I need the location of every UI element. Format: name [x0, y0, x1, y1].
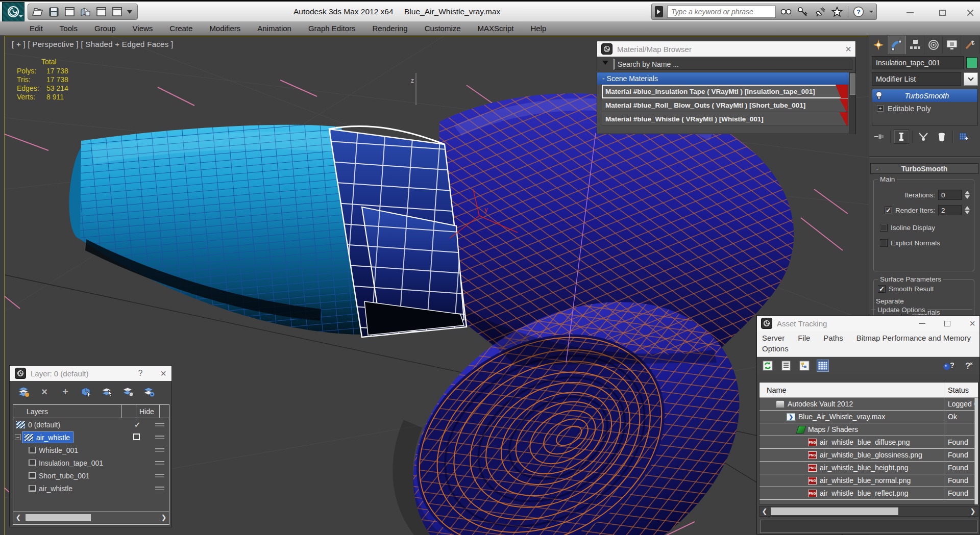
layer-dash-mark[interactable]: [155, 423, 164, 426]
tab-hierarchy-icon[interactable]: [906, 36, 924, 54]
asset-horizontal-scrollbar[interactable]: ❮ ❯: [759, 506, 978, 517]
material-browser-close-icon[interactable]: ×: [845, 45, 851, 53]
menu-item[interactable]: Views: [133, 24, 153, 33]
column-layers[interactable]: Layers: [13, 407, 121, 416]
visibility-bulb-icon[interactable]: [875, 91, 883, 100]
scroll-right-icon[interactable]: ❯: [159, 512, 169, 523]
asset-menu-item[interactable]: Bitmap Performance and Memory: [856, 334, 971, 342]
material-filter-icon[interactable]: [600, 59, 610, 69]
menu-item[interactable]: Create: [169, 24, 192, 33]
asset-tracking-titlebar[interactable]: Asset Tracking ×: [757, 316, 979, 331]
collapse-icon[interactable]: -: [871, 165, 884, 173]
tree-view-icon[interactable]: [798, 360, 811, 372]
menu-item[interactable]: Animation: [257, 24, 291, 33]
table-view-icon[interactable]: [817, 360, 829, 372]
expand-plus-icon[interactable]: +: [877, 105, 884, 112]
refresh-icon[interactable]: [762, 360, 774, 372]
tab-modify-icon[interactable]: [888, 36, 906, 54]
window-icon-b[interactable]: [111, 7, 122, 17]
menu-item[interactable]: Customize: [425, 24, 461, 33]
menu-item[interactable]: Group: [94, 24, 116, 33]
app-menu-button[interactable]: [2, 2, 24, 21]
scroll-right-icon[interactable]: ❯: [968, 506, 978, 516]
delete-layer-icon[interactable]: ×: [38, 386, 51, 398]
layer-mark[interactable]: [133, 434, 140, 440]
tab-motion-icon[interactable]: [924, 36, 943, 54]
rollout-header[interactable]: - TurboSmooth: [870, 163, 978, 174]
menu-item[interactable]: Tools: [60, 24, 78, 33]
object-color-swatch[interactable]: [966, 57, 977, 68]
help-icon[interactable]: ?: [852, 6, 865, 18]
scroll-left-icon[interactable]: ❮: [13, 512, 23, 523]
layer-row[interactable]: − Insulation_tape_001: [13, 456, 169, 469]
asset-minimize-icon[interactable]: [919, 323, 925, 324]
asset-row[interactable]: Autodesk Vault 2012 Logged O: [760, 398, 978, 411]
layer-row[interactable]: − air_whistle: [13, 431, 169, 444]
layer-dash-mark[interactable]: [155, 487, 164, 490]
asset-row[interactable]: Maps / Shaders: [760, 423, 978, 436]
layer-help-button[interactable]: ?: [138, 369, 142, 378]
smooth-result-checkbox[interactable]: [878, 285, 886, 293]
layer-panel-titlebar[interactable]: Layer: 0 (default) ? ×: [10, 366, 172, 381]
pin-stack-icon[interactable]: [872, 130, 887, 144]
layer-row[interactable]: − air_whistle: [13, 482, 169, 495]
menu-item[interactable]: MAXScript: [478, 24, 514, 33]
communication-center-icon[interactable]: [814, 6, 826, 18]
stack-item-turbosmooth[interactable]: TurboSmooth: [872, 89, 977, 102]
object-name-field[interactable]: Insulation_tape_001: [872, 56, 964, 69]
column-current[interactable]: [121, 405, 136, 418]
add-to-layer-icon[interactable]: +: [59, 386, 72, 398]
column-extra[interactable]: [159, 405, 169, 418]
open-file-icon[interactable]: [32, 7, 43, 17]
asset-menu-item[interactable]: Paths: [823, 334, 843, 342]
layer-properties-icon[interactable]: [142, 386, 156, 398]
select-layer-icon[interactable]: [101, 386, 114, 398]
layer-dash-mark[interactable]: [155, 448, 164, 452]
modifier-list-dropdown[interactable]: Modifier List: [872, 72, 961, 86]
layer-row[interactable]: − Short_tube_001: [13, 469, 169, 482]
asset-menu-item[interactable]: File: [798, 334, 810, 342]
window-icon-a[interactable]: [95, 7, 107, 17]
scroll-left-icon[interactable]: ❮: [760, 506, 770, 516]
tab-display-icon[interactable]: [943, 36, 961, 54]
material-search-input[interactable]: Search by Name ...: [614, 59, 852, 70]
stack-item-editable-poly[interactable]: + Editable Poly: [872, 102, 977, 115]
material-list-scrollbar[interactable]: [849, 72, 855, 134]
asset-vertical-scrollbar[interactable]: [974, 398, 978, 504]
asset-row[interactable]: air_whistle_blue_reflect.png Found: [760, 487, 978, 500]
render-iters-spinner[interactable]: [965, 203, 970, 217]
context-help-icon[interactable]: ?: [963, 360, 975, 372]
render-iters-checkbox[interactable]: [885, 207, 892, 214]
toolbar-dropdown-icon[interactable]: [127, 10, 132, 16]
select-objects-icon[interactable]: [80, 386, 93, 398]
remove-modifier-icon[interactable]: [934, 130, 949, 144]
tab-create-icon[interactable]: [869, 36, 888, 54]
search-icon[interactable]: [780, 6, 793, 18]
explicit-normals-checkbox[interactable]: [880, 239, 888, 247]
help-sphere-icon[interactable]: ?: [942, 360, 954, 372]
layer-mark[interactable]: [133, 420, 141, 429]
material-item[interactable]: Material #blue_Whistle ( VRayMtl ) [Whis…: [602, 112, 848, 126]
menu-item[interactable]: Modifiers: [209, 24, 240, 33]
search-scope-button[interactable]: [655, 6, 663, 17]
subscription-key-icon[interactable]: [797, 6, 810, 18]
save-file-icon[interactable]: [48, 7, 59, 17]
viewport-label[interactable]: [ + ] [ Perspective ] [ Shaded + Edged F…: [12, 40, 173, 48]
material-browser-titlebar[interactable]: Material/Map Browser ×: [597, 41, 855, 57]
asset-menu-item[interactable]: Server: [762, 334, 785, 342]
tab-utilities-icon[interactable]: [961, 36, 979, 54]
layer-horizontal-scrollbar[interactable]: ❮ ❯: [13, 512, 169, 523]
render-iters-field[interactable]: 2: [938, 205, 962, 215]
column-status[interactable]: Status: [944, 383, 978, 397]
layer-dash-mark[interactable]: [155, 436, 164, 439]
iterations-spinner[interactable]: [965, 188, 970, 201]
search-input[interactable]: [667, 6, 776, 18]
maximize-button[interactable]: [935, 8, 950, 18]
column-name[interactable]: Name: [760, 386, 944, 394]
menu-item[interactable]: Rendering: [372, 24, 407, 33]
help-dropdown-icon[interactable]: [869, 11, 873, 15]
manage-scenes-icon[interactable]: [80, 7, 91, 17]
layer-row[interactable]: − Whistle_001: [13, 444, 169, 456]
new-layer-icon[interactable]: [17, 386, 30, 398]
menu-item[interactable]: Graph Editors: [308, 24, 356, 33]
